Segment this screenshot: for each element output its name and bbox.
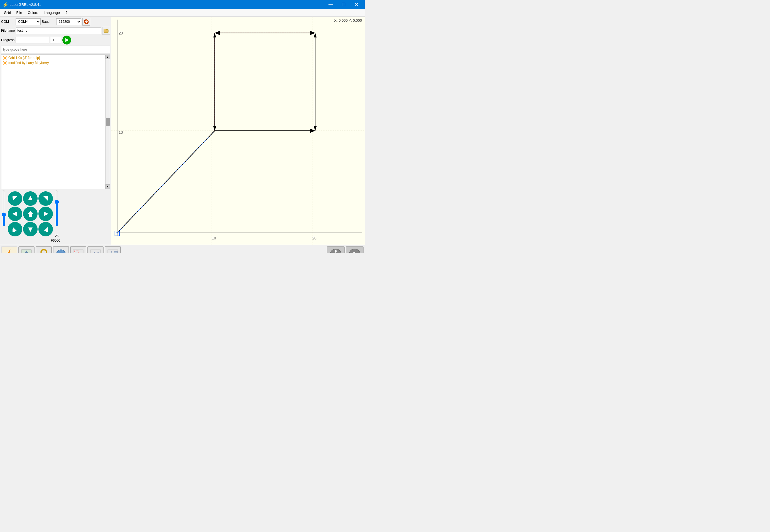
nav-down[interactable] (23, 222, 38, 236)
lightning-icon (4, 249, 15, 253)
hand-button[interactable] (346, 246, 364, 253)
bottom-controls: 26 (1, 189, 110, 239)
menu-colors[interactable]: Colors (25, 9, 41, 16)
main-layout: COM COM4 Baud 115200 Filename test.nc (0, 17, 365, 245)
svg-text:10: 10 (212, 236, 216, 240)
right-slider[interactable] (54, 190, 60, 226)
filename-row: Filename test.nc (1, 27, 110, 34)
globe-icon (55, 249, 66, 253)
svg-point-58 (56, 250, 66, 253)
run-button[interactable] (62, 36, 71, 44)
overlay2-button[interactable] (87, 246, 103, 253)
laser-fire-button[interactable] (1, 246, 17, 253)
progress-input[interactable] (16, 37, 49, 43)
scroll-down-button[interactable]: ▼ (105, 184, 110, 189)
console-area: 🔆 Grbl 1.0c ['$' for help] 🔆 modified by… (1, 55, 110, 189)
canvas-svg: 20 10 10 20 (111, 17, 365, 245)
svg-marker-49 (6, 249, 12, 253)
home-target-button[interactable] (18, 246, 34, 253)
right-slider-container: 26 (54, 190, 60, 237)
connect-icon (83, 19, 89, 24)
svg-marker-9 (12, 212, 17, 216)
overlay1-icon (73, 249, 84, 253)
scroll-thumb (106, 118, 110, 126)
walk-icon (330, 248, 342, 253)
toolbar (0, 245, 365, 253)
console-icon-1: 🔆 (3, 56, 7, 60)
overlay2-icon (90, 249, 101, 253)
walk-button[interactable] (327, 246, 345, 253)
svg-rect-84 (354, 252, 355, 253)
speed-label: F6000 (1, 239, 110, 244)
nav-home[interactable] (23, 207, 38, 221)
menu-language[interactable]: Language (41, 9, 63, 16)
right-slider-value: 26 (55, 234, 58, 237)
lock-button[interactable] (36, 246, 52, 253)
repeat-spinner (50, 37, 61, 43)
svg-marker-10 (28, 211, 33, 217)
com-label: COM (1, 20, 14, 24)
filename-label: Filename (1, 29, 15, 33)
menu-help[interactable]: ? (63, 9, 70, 16)
connect-button[interactable] (82, 18, 90, 26)
svg-rect-83 (353, 252, 354, 253)
repeat-input[interactable] (50, 37, 61, 43)
console-line-2: 🔆 modified by Larry Mayberry (3, 60, 108, 65)
nav-grid (8, 191, 53, 236)
overlay1-button[interactable] (70, 246, 86, 253)
nav-up[interactable] (23, 191, 38, 206)
svg-point-75 (335, 250, 337, 252)
menu-grbl[interactable]: Grbl (1, 9, 14, 16)
left-panel: COM COM4 Baud 115200 Filename test.nc (0, 17, 111, 245)
svg-text:20: 20 (312, 236, 317, 240)
com-select[interactable]: COM4 (16, 18, 41, 25)
scroll-up-button[interactable]: ▲ (105, 55, 110, 59)
globe-button[interactable] (53, 246, 69, 253)
coords-display: X: 0,000 Y: 0,000 (334, 18, 362, 23)
left-slider[interactable] (1, 190, 7, 226)
title-bar-left: ⚡ LaserGRBL v2.8.41 (2, 2, 41, 7)
nav-up-right[interactable] (38, 191, 53, 206)
title-bar-controls: — ☐ ✕ (325, 0, 362, 9)
gcode-input[interactable] (1, 46, 110, 53)
console-text-1: Grbl 1.0c ['$' for help] (8, 56, 40, 60)
console-content: 🔆 Grbl 1.0c ['$' for help] 🔆 modified by… (1, 55, 110, 66)
svg-text:20: 20 (118, 31, 123, 35)
baud-label: Baud (42, 20, 55, 24)
menu-bar: Grbl File Colors Language ? (0, 9, 365, 17)
folder-icon (103, 28, 108, 33)
console-icon-2: 🔆 (3, 61, 7, 65)
progress-label: Progress (1, 38, 14, 42)
canvas-area: X: 0,000 Y: 0,000 20 10 10 20 (111, 17, 365, 245)
hand-icon (349, 248, 361, 253)
app-title: LaserGRBL v2.8.41 (9, 3, 41, 7)
nav-up-left[interactable] (8, 191, 22, 206)
lock-icon (38, 249, 49, 253)
menu-file[interactable]: File (14, 9, 25, 16)
svg-marker-14 (28, 227, 33, 232)
nav-down-left[interactable] (8, 222, 22, 236)
svg-rect-63 (73, 250, 83, 253)
open-file-button[interactable] (102, 27, 110, 34)
svg-marker-3 (65, 38, 69, 42)
baud-select[interactable]: 115200 (56, 18, 81, 25)
close-button[interactable]: ✕ (350, 0, 362, 9)
console-line-1: 🔆 Grbl 1.0c ['$' for help] (3, 55, 108, 60)
app-icon: ⚡ (2, 2, 7, 7)
nav-down-right[interactable] (38, 222, 53, 236)
left-slider-container (1, 190, 7, 237)
svg-rect-73 (114, 251, 117, 253)
com-row: COM COM4 Baud 115200 (1, 18, 110, 26)
overlay3-button[interactable] (105, 246, 121, 253)
nav-right[interactable] (38, 207, 53, 221)
console-scrollbar[interactable]: ▲ ▼ (105, 55, 110, 189)
svg-marker-11 (44, 212, 48, 216)
svg-text:10: 10 (118, 130, 123, 135)
maximize-button[interactable]: ☐ (337, 0, 350, 9)
nav-left[interactable] (8, 207, 22, 221)
filename-input[interactable]: test.nc (16, 27, 101, 34)
console-text-2: modified by Larry Mayberry (8, 61, 49, 65)
minimize-button[interactable]: — (325, 0, 337, 9)
svg-marker-6 (28, 196, 33, 200)
title-bar: ⚡ LaserGRBL v2.8.41 — ☐ ✕ (0, 0, 365, 9)
